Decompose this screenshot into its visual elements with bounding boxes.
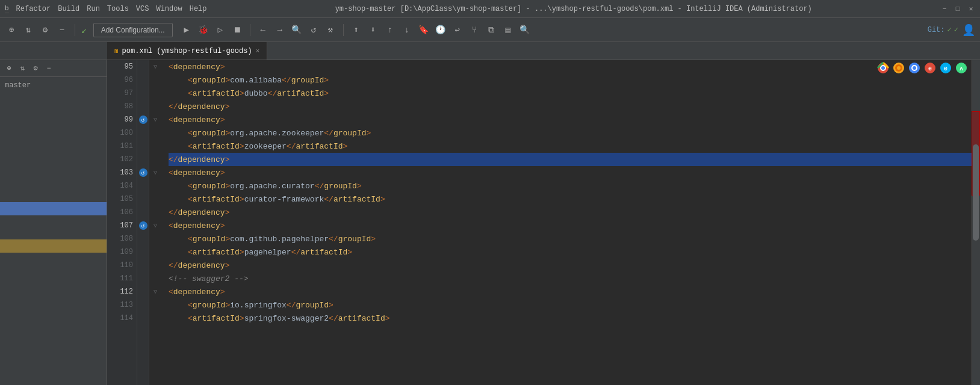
menu-item-tools[interactable]: Tools bbox=[107, 5, 129, 13]
branches-icon[interactable]: ⑂ bbox=[468, 23, 481, 37]
code-line-97: <artifactId>dubbo</artifactId> bbox=[169, 87, 972, 100]
sidebar-add-icon[interactable]: ⊕ bbox=[4, 63, 14, 74]
ie-icon[interactable]: e bbox=[923, 61, 937, 75]
gutter-97 bbox=[137, 87, 149, 100]
sidebar-toolbar: ⊕ ⇅ ⚙ − bbox=[0, 60, 107, 77]
menu-item-help[interactable]: Help bbox=[190, 5, 207, 13]
add-configuration-button[interactable]: Add Configuration... bbox=[93, 23, 173, 37]
sidebar-toggle-icon[interactable]: ⇅ bbox=[17, 63, 28, 74]
android-icon[interactable]: A bbox=[955, 61, 968, 75]
vcs-pull-icon[interactable]: ↓ bbox=[400, 23, 414, 37]
git-sync-icon: ↙ bbox=[81, 24, 87, 36]
window-title: ym-shop-master [D:\AppClass\ym-shop-mast… bbox=[207, 5, 941, 13]
line-num-114: 114 bbox=[107, 312, 137, 325]
fold-109 bbox=[149, 245, 161, 259]
vcs-push-icon[interactable]: ↑ bbox=[383, 23, 397, 37]
back-button[interactable]: ← bbox=[256, 23, 270, 37]
stop-button[interactable]: ⏹ bbox=[231, 23, 244, 37]
bookmark-icon[interactable]: 🔖 bbox=[417, 23, 430, 37]
svg-point-2 bbox=[881, 66, 885, 70]
maximize-button[interactable]: □ bbox=[954, 5, 962, 13]
fold-102 bbox=[149, 153, 161, 166]
toolbar-separator-3 bbox=[343, 24, 344, 36]
git-label: Git: bbox=[928, 26, 945, 34]
fold-114 bbox=[149, 312, 161, 325]
rollback-icon[interactable]: ↩ bbox=[451, 23, 464, 37]
fold-101 bbox=[149, 140, 161, 153]
firefox-icon[interactable] bbox=[892, 61, 905, 75]
gutter-109 bbox=[137, 245, 149, 259]
forward-button[interactable]: → bbox=[273, 23, 287, 37]
line-num-111: 111 bbox=[107, 272, 137, 285]
line-num-112: 112 bbox=[107, 285, 137, 298]
line-num-105: 105 bbox=[107, 192, 137, 206]
minimize-button[interactable]: − bbox=[940, 5, 949, 13]
vcs-update-icon[interactable]: ⬆ bbox=[350, 23, 363, 37]
gutter-112 bbox=[137, 285, 149, 298]
sidebar-item-label: master bbox=[5, 81, 31, 90]
close-button[interactable]: ✕ bbox=[967, 5, 975, 13]
gutter-107: ↺ bbox=[137, 219, 149, 232]
gutter-103: ↺ bbox=[137, 166, 149, 179]
profile-icon[interactable]: 👤 bbox=[962, 23, 975, 37]
line-num-97: 97 bbox=[107, 87, 137, 100]
code-line-105: <artifactId>curator-framework</artifactI… bbox=[169, 192, 972, 206]
line-num-110: 110 bbox=[107, 259, 137, 272]
search-toolbar-icon[interactable]: 🔍 bbox=[518, 23, 532, 37]
gutter-95 bbox=[137, 60, 149, 73]
fold-97 bbox=[149, 87, 161, 100]
toolbar-add-icon[interactable]: ⊕ bbox=[5, 23, 18, 37]
copy-icon[interactable]: ⧉ bbox=[485, 23, 498, 37]
gutter-105 bbox=[137, 192, 149, 206]
code-line-95: <dependency> bbox=[169, 60, 972, 73]
menu-item-b[interactable]: b bbox=[5, 5, 9, 13]
debug-button[interactable]: 🐞 bbox=[197, 23, 210, 37]
line-num-95: 95 bbox=[107, 60, 137, 73]
sidebar-minus-icon[interactable]: − bbox=[43, 63, 54, 74]
fold-100 bbox=[149, 126, 161, 140]
svg-point-8 bbox=[913, 66, 916, 70]
code-line-96: <groupId>com.alibaba</groupId> bbox=[169, 73, 972, 87]
menu-item-vcs[interactable]: VCS bbox=[136, 5, 149, 13]
title-bar: b Refactor Build Run Tools VCS Window He… bbox=[0, 0, 980, 18]
tab-close-button[interactable]: × bbox=[256, 48, 260, 55]
reload-button[interactable]: ↺ bbox=[307, 23, 320, 37]
code-line-102: </dependency> bbox=[169, 153, 972, 166]
menu-item-refactor[interactable]: Refactor bbox=[16, 5, 51, 13]
gutter-113 bbox=[137, 298, 149, 312]
sidebar-settings-icon[interactable]: ⚙ bbox=[30, 63, 41, 74]
gutter-108 bbox=[137, 232, 149, 245]
diff-icon[interactable]: ▤ bbox=[501, 23, 515, 37]
toolbar-separator-2 bbox=[250, 24, 250, 36]
sidebar-item-master[interactable]: master bbox=[0, 77, 107, 94]
scrollbar-thumb[interactable] bbox=[973, 144, 979, 241]
gutter-104 bbox=[137, 179, 149, 192]
menu-bar: b Refactor Build Run Tools VCS Window He… bbox=[5, 5, 207, 13]
menu-item-window[interactable]: Window bbox=[156, 5, 182, 13]
vcs-commit-icon[interactable]: ⬇ bbox=[367, 23, 380, 37]
toolbar-minus-icon[interactable]: − bbox=[55, 23, 69, 37]
line-numbers: 95 96 97 98 99 100 101 102 103 104 105 1… bbox=[107, 60, 137, 385]
code-line-109: <artifactId>pagehelper</artifactId> bbox=[169, 245, 972, 259]
opera-icon[interactable] bbox=[908, 61, 921, 75]
code-line-100: <groupId>org.apache.zookeeper</groupId> bbox=[169, 126, 972, 140]
edge-icon[interactable]: e bbox=[939, 61, 952, 75]
chrome-icon[interactable] bbox=[876, 61, 890, 75]
build-button[interactable]: ⚒ bbox=[324, 23, 337, 37]
line-num-109: 109 bbox=[107, 245, 137, 259]
editor-tab-pom[interactable]: m pom.xml (ymshop-restful-goods) × bbox=[107, 42, 267, 60]
history-icon[interactable]: 🕐 bbox=[434, 23, 447, 37]
tab-bar: m pom.xml (ymshop-restful-goods) × bbox=[0, 42, 980, 60]
coverage-button[interactable]: ▷ bbox=[214, 23, 227, 37]
code-line-112: <dependency> bbox=[169, 285, 972, 298]
menu-item-build[interactable]: Build bbox=[58, 5, 79, 13]
main-area: ⊕ ⇅ ⚙ − master bbox=[0, 60, 980, 385]
sidebar: ⊕ ⇅ ⚙ − master bbox=[0, 60, 107, 385]
zoom-button[interactable]: 🔍 bbox=[290, 23, 303, 37]
right-scrollbar[interactable] bbox=[972, 60, 980, 385]
menu-item-run[interactable]: Run bbox=[87, 5, 100, 13]
run-button[interactable]: ▶ bbox=[180, 23, 193, 37]
toolbar-toggle-icon[interactable]: ⇅ bbox=[22, 23, 35, 37]
code-line-104: <groupId>org.apache.curator</groupId> bbox=[169, 179, 972, 192]
toolbar-settings-icon[interactable]: ⚙ bbox=[39, 23, 52, 37]
